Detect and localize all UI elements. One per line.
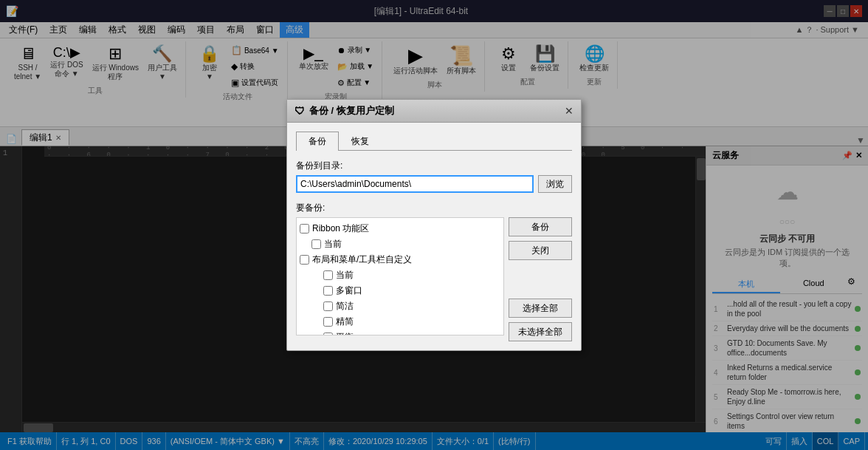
dialog-deselect-all-button[interactable]: 未选择全部 bbox=[509, 322, 572, 341]
dialog-content-row: Ribbon 功能区 当前 布局和菜单/工具栏自定义 当前 bbox=[296, 217, 572, 341]
checkbox-ribbon[interactable]: Ribbon 功能区 bbox=[300, 221, 500, 236]
backup-dialog: 🛡 备份 / 恢复用户定制 ✕ 备份 恢复 备份到目录: 浏览 要备份: bbox=[286, 99, 582, 351]
checkbox-compact[interactable]: 精简 bbox=[300, 314, 500, 330]
dialog-body: 备份 恢复 备份到目录: 浏览 要备份: Ribbon 功能区 bbox=[287, 123, 581, 350]
checkbox-minimal-input[interactable] bbox=[323, 301, 333, 311]
dialog-backup-what-label: 要备份: bbox=[296, 202, 572, 214]
checkbox-multi-window-label: 多窗口 bbox=[336, 284, 362, 297]
checkbox-layout[interactable]: 布局和菜单/工具栏自定义 bbox=[300, 252, 500, 267]
dialog-tabs: 备份 恢复 bbox=[296, 132, 572, 151]
dialog-select-all-button[interactable]: 选择全部 bbox=[509, 299, 572, 318]
checkbox-layout-label: 布局和菜单/工具栏自定义 bbox=[312, 253, 412, 266]
dialog-checkbox-area: Ribbon 功能区 当前 布局和菜单/工具栏自定义 当前 bbox=[296, 217, 504, 335]
checkbox-multi-window[interactable]: 多窗口 bbox=[300, 283, 500, 299]
dialog-title-text: 🛡 备份 / 恢复用户定制 bbox=[294, 104, 394, 117]
checkbox-compact-label: 精简 bbox=[336, 316, 354, 328]
checkbox-balanced[interactable]: 平衡 bbox=[300, 330, 500, 335]
dialog-tab-restore[interactable]: 恢复 bbox=[339, 132, 382, 151]
checkbox-minimal[interactable]: 简洁 bbox=[300, 299, 500, 314]
checkbox-minimal-label: 简洁 bbox=[336, 300, 354, 313]
checkbox-current-2[interactable]: 当前 bbox=[300, 267, 500, 283]
dialog-overlay: 🛡 备份 / 恢复用户定制 ✕ 备份 恢复 备份到目录: 浏览 要备份: bbox=[0, 0, 868, 450]
checkbox-ribbon-label: Ribbon 功能区 bbox=[312, 222, 369, 235]
checkbox-current-1-label: 当前 bbox=[324, 238, 342, 250]
checkbox-multi-window-input[interactable] bbox=[323, 286, 333, 296]
checkbox-current-1-input[interactable] bbox=[311, 239, 321, 249]
checkbox-balanced-input[interactable] bbox=[323, 333, 333, 335]
dialog-backup-button[interactable]: 备份 bbox=[509, 217, 572, 236]
dialog-backup-dir-row: 浏览 bbox=[296, 175, 572, 193]
checkbox-balanced-label: 平衡 bbox=[336, 331, 354, 335]
dialog-backup-dir-input[interactable] bbox=[296, 175, 534, 193]
checkbox-compact-input[interactable] bbox=[323, 317, 333, 327]
dialog-browse-button[interactable]: 浏览 bbox=[538, 175, 572, 193]
checkbox-current-2-input[interactable] bbox=[323, 270, 333, 280]
checkbox-current-1[interactable]: 当前 bbox=[300, 236, 500, 252]
checkbox-current-2-label: 当前 bbox=[336, 269, 354, 282]
checkbox-ribbon-input[interactable] bbox=[300, 224, 309, 233]
dialog-title-bar: 🛡 备份 / 恢复用户定制 ✕ bbox=[287, 100, 581, 123]
dialog-tab-backup[interactable]: 备份 bbox=[296, 132, 339, 151]
dialog-close-button[interactable]: ✕ bbox=[565, 105, 574, 117]
dialog-side-buttons: 备份 关闭 选择全部 未选择全部 bbox=[509, 217, 572, 341]
checkbox-layout-input[interactable] bbox=[300, 255, 309, 265]
dialog-checkbox-section: Ribbon 功能区 当前 布局和菜单/工具栏自定义 当前 bbox=[296, 217, 504, 341]
dialog-close-action-button[interactable]: 关闭 bbox=[509, 241, 572, 260]
dialog-icon: 🛡 bbox=[294, 105, 305, 117]
dialog-backup-dir-label: 备份到目录: bbox=[296, 160, 572, 172]
